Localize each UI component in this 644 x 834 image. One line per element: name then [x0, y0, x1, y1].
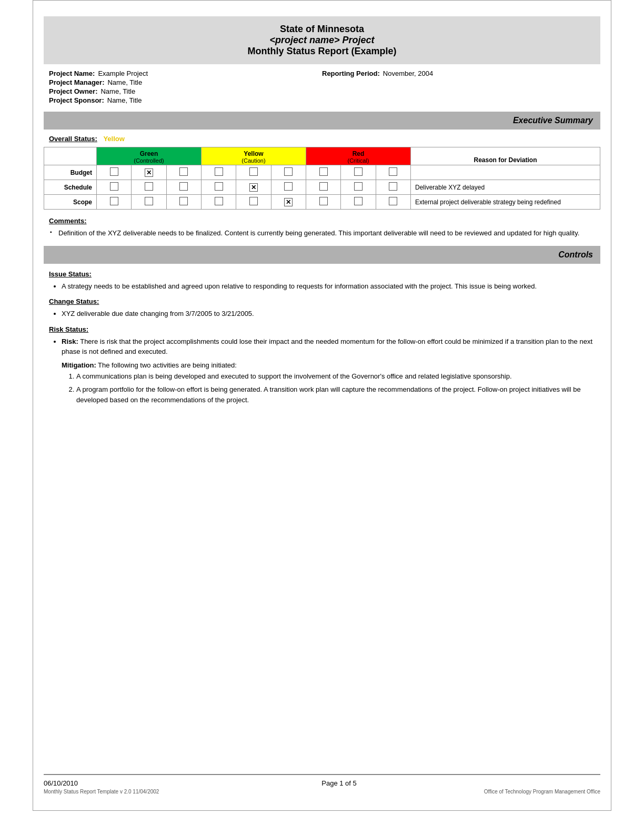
row-label: Scope — [44, 195, 97, 210]
reason-cell: Deliverable XYZ delayed — [411, 180, 600, 195]
project-name-value: Example Project — [98, 70, 148, 77]
project-owner-row: Project Owner: Name, Title — [49, 87, 322, 95]
checkbox[interactable] — [145, 182, 153, 191]
green-checkbox-cell — [132, 165, 166, 180]
green-checkbox-cell — [132, 195, 166, 210]
checkbox[interactable] — [110, 197, 118, 205]
yellow-checkbox-cell — [271, 165, 306, 180]
header-line3: Monthly Status Report (Example) — [49, 46, 595, 57]
controls-content: Issue Status: A strategy needs to be est… — [44, 270, 600, 405]
green-header: Green (Controlled) — [97, 147, 202, 165]
list-item: Definition of the XYZ deliverable needs … — [58, 228, 595, 239]
row-label: Budget — [44, 165, 97, 180]
yellow-checkbox-cell — [201, 165, 236, 180]
green-checkbox-cell — [97, 195, 132, 210]
checkbox[interactable] — [284, 167, 293, 176]
risk-status-section: Risk Status: Risk: There is risk that th… — [49, 325, 595, 405]
yellow-checkbox-cell — [236, 195, 271, 210]
header-section: State of Minnesota <project name> Projec… — [44, 16, 600, 64]
checkbox[interactable] — [284, 198, 293, 206]
project-name-label: Project Name: — [49, 70, 95, 77]
checkbox[interactable] — [215, 197, 223, 205]
comments-section: Comments: Definition of the XYZ delivera… — [44, 217, 600, 239]
change-status-list: XYZ deliverable due date changing from 3… — [49, 309, 595, 319]
project-info: Project Name: Example Project Project Ma… — [44, 70, 600, 105]
risk-label: Risk: — [62, 337, 78, 345]
overall-status-label: Overall Status: — [49, 135, 97, 143]
checkbox[interactable] — [354, 167, 363, 176]
red-checkbox-cell — [341, 195, 376, 210]
checkbox[interactable] — [319, 167, 328, 176]
change-status-section: Change Status: XYZ deliverable due date … — [49, 297, 595, 319]
mitigation-block: Mitigation: The following two activities… — [49, 361, 595, 405]
checkbox[interactable] — [249, 183, 258, 192]
green-checkbox-cell — [166, 180, 201, 195]
yellow-checkbox-cell — [236, 180, 271, 195]
red-checkbox-cell — [306, 195, 340, 210]
controls-banner: Controls — [44, 246, 600, 264]
checkbox[interactable] — [110, 182, 118, 191]
table-row: ScopeExternal project deliverable strate… — [44, 195, 600, 210]
table-row: Budget — [44, 165, 600, 180]
checkbox[interactable] — [215, 167, 223, 176]
overall-status-value: Yellow — [103, 135, 124, 143]
yellow-checkbox-cell — [236, 165, 271, 180]
checkbox[interactable] — [179, 167, 188, 176]
red-checkbox-cell — [306, 180, 340, 195]
list-item: A communications plan is being developed… — [76, 371, 595, 382]
project-manager-value: Name, Title — [107, 78, 142, 86]
checkbox[interactable] — [389, 182, 397, 191]
row-label: Schedule — [44, 180, 97, 195]
footer-page: Page 1 of 5 — [321, 779, 357, 787]
executive-summary-label: Executive Summary — [513, 116, 593, 125]
project-info-right: Reporting Period: November, 2004 — [322, 70, 595, 105]
red-checkbox-cell — [341, 165, 376, 180]
checkbox[interactable] — [354, 182, 363, 191]
checkbox[interactable] — [284, 182, 293, 191]
checkbox[interactable] — [179, 182, 188, 191]
checkbox[interactable] — [110, 167, 118, 176]
checkbox[interactable] — [215, 182, 223, 191]
red-checkbox-cell — [306, 165, 340, 180]
list-item: A strategy needs to be established and a… — [62, 281, 595, 292]
comments-list: Definition of the XYZ deliverable needs … — [49, 228, 595, 239]
checkbox[interactable] — [319, 182, 328, 191]
issue-status-section: Issue Status: A strategy needs to be est… — [49, 270, 595, 292]
checkbox[interactable] — [389, 167, 397, 176]
mitigation-label: Mitigation: — [62, 361, 96, 369]
mitigation-intro: The following two activities are being i… — [98, 361, 237, 369]
checkbox[interactable] — [249, 197, 258, 205]
page: State of Minnesota <project name> Projec… — [33, 0, 611, 811]
empty-header — [44, 147, 97, 165]
overall-status: Overall Status: Yellow — [44, 135, 600, 143]
yellow-checkbox-cell — [271, 180, 306, 195]
checkbox[interactable] — [145, 197, 153, 205]
footer-top: 06/10/2010 Page 1 of 5 — [44, 779, 600, 787]
footer-office: Office of Technology Program Management … — [484, 789, 600, 795]
risk-status-list: Risk: There is risk that the project acc… — [49, 336, 595, 357]
reporting-label: Reporting Period: — [322, 70, 380, 77]
project-sponsor-label: Project Sponsor: — [49, 96, 104, 104]
header-line1: State of Minnesota — [49, 24, 595, 35]
reporting-period-row: Reporting Period: November, 2004 — [322, 70, 595, 77]
yellow-header: Yellow (Caution) — [201, 147, 306, 165]
red-checkbox-cell — [376, 195, 410, 210]
red-checkbox-cell — [376, 165, 410, 180]
footer: 06/10/2010 Page 1 of 5 Monthly Status Re… — [44, 774, 600, 795]
status-table: Green (Controlled) Yellow (Caution) Red … — [44, 147, 600, 210]
checkbox[interactable] — [319, 197, 328, 205]
mitigation-list: A communications plan is being developed… — [62, 371, 595, 405]
checkbox[interactable] — [389, 197, 397, 205]
project-sponsor-value: Name, Title — [107, 96, 142, 104]
checkbox[interactable] — [145, 168, 153, 177]
checkbox[interactable] — [249, 167, 258, 176]
reason-header: Reason for Deviation — [411, 147, 600, 165]
project-name-row: Project Name: Example Project — [49, 70, 322, 77]
change-status-heading: Change Status: — [49, 297, 595, 305]
reason-cell: External project deliverable strategy be… — [411, 195, 600, 210]
checkbox[interactable] — [354, 197, 363, 205]
project-manager-label: Project Manager: — [49, 78, 104, 86]
comments-heading: Comments: — [49, 217, 595, 225]
checkbox[interactable] — [179, 197, 188, 205]
project-owner-label: Project Owner: — [49, 87, 97, 95]
